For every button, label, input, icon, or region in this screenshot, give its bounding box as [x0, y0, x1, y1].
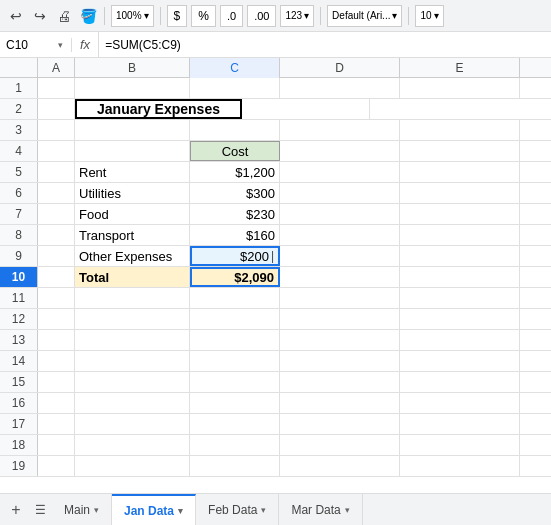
currency-button[interactable]: $	[167, 5, 188, 27]
cell-d15[interactable]	[280, 372, 400, 392]
cell-d16[interactable]	[280, 393, 400, 413]
cell-b2-title[interactable]: January Expenses	[75, 99, 242, 119]
cell-d6[interactable]	[280, 183, 400, 203]
cell-e4[interactable]	[400, 141, 520, 161]
col-header-b[interactable]: B	[75, 58, 190, 78]
cell-a11[interactable]	[38, 288, 75, 308]
cell-a8[interactable]	[38, 225, 75, 245]
cell-d5[interactable]	[280, 162, 400, 182]
cell-b4[interactable]	[75, 141, 190, 161]
cell-c1[interactable]	[190, 78, 280, 98]
cell-b9[interactable]: Other Expenses	[75, 246, 190, 266]
cell-b11[interactable]	[75, 288, 190, 308]
cell-a7[interactable]	[38, 204, 75, 224]
cell-b10-total[interactable]: Total	[75, 267, 190, 287]
cell-b13[interactable]	[75, 330, 190, 350]
cell-a9[interactable]	[38, 246, 75, 266]
cell-c7[interactable]: $230	[190, 204, 280, 224]
zoom-select[interactable]: 100% ▾	[111, 5, 154, 27]
cell-c11[interactable]	[190, 288, 280, 308]
cell-e15[interactable]	[400, 372, 520, 392]
cell-e19[interactable]	[400, 456, 520, 476]
cell-e10[interactable]	[400, 267, 520, 287]
cell-e7[interactable]	[400, 204, 520, 224]
col-header-a[interactable]: A	[38, 58, 75, 78]
cell-b17[interactable]	[75, 414, 190, 434]
cell-d7[interactable]	[280, 204, 400, 224]
cell-b14[interactable]	[75, 351, 190, 371]
cell-c14[interactable]	[190, 351, 280, 371]
cell-a14[interactable]	[38, 351, 75, 371]
cell-d17[interactable]	[280, 414, 400, 434]
formula-input[interactable]	[99, 38, 551, 52]
cell-c9[interactable]: $200 |	[190, 246, 280, 266]
cell-e3[interactable]	[400, 120, 520, 140]
cell-a10[interactable]	[38, 267, 75, 287]
number-format-select[interactable]: 123 ▾	[280, 5, 314, 27]
cell-c12[interactable]	[190, 309, 280, 329]
sheet-list-icon[interactable]: ☰	[28, 498, 52, 522]
cell-e6[interactable]	[400, 183, 520, 203]
cell-a3[interactable]	[38, 120, 75, 140]
cell-d1[interactable]	[280, 78, 400, 98]
cell-d3[interactable]	[280, 120, 400, 140]
cell-a12[interactable]	[38, 309, 75, 329]
cell-a15[interactable]	[38, 372, 75, 392]
redo-icon[interactable]: ↪	[30, 6, 50, 26]
add-sheet-icon[interactable]: +	[4, 498, 28, 522]
cell-a19[interactable]	[38, 456, 75, 476]
cell-e16[interactable]	[400, 393, 520, 413]
percent-button[interactable]: %	[191, 5, 216, 27]
cell-e18[interactable]	[400, 435, 520, 455]
cell-b19[interactable]	[75, 456, 190, 476]
cell-c6[interactable]: $300	[190, 183, 280, 203]
cell-d19[interactable]	[280, 456, 400, 476]
cell-c10-total[interactable]: $2,090	[190, 267, 280, 287]
cell-e17[interactable]	[400, 414, 520, 434]
cell-e11[interactable]	[400, 288, 520, 308]
tab-main[interactable]: Main ▾	[52, 494, 112, 526]
cell-b6[interactable]: Utilities	[75, 183, 190, 203]
col-header-e[interactable]: E	[400, 58, 520, 78]
decimal-less-button[interactable]: .0	[220, 5, 243, 27]
cell-c8[interactable]: $160	[190, 225, 280, 245]
cell-reference-box[interactable]: C10 ▾	[0, 38, 72, 52]
cell-d14[interactable]	[280, 351, 400, 371]
cell-d8[interactable]	[280, 225, 400, 245]
cell-d2[interactable]	[242, 99, 250, 119]
cell-d4[interactable]	[280, 141, 400, 161]
print-icon[interactable]: 🖨	[54, 6, 74, 26]
cell-d9[interactable]	[280, 246, 400, 266]
tab-jan-data[interactable]: Jan Data ▾	[112, 494, 196, 526]
cell-e1[interactable]	[400, 78, 520, 98]
cell-d12[interactable]	[280, 309, 400, 329]
cell-ref-input[interactable]: C10	[6, 38, 56, 52]
cell-e2[interactable]	[250, 99, 370, 119]
cell-b1[interactable]	[75, 78, 190, 98]
tab-feb-data[interactable]: Feb Data ▾	[196, 494, 279, 526]
cell-c17[interactable]	[190, 414, 280, 434]
cell-a4[interactable]	[38, 141, 75, 161]
paint-format-icon[interactable]: 🪣	[78, 6, 98, 26]
cell-d11[interactable]	[280, 288, 400, 308]
tab-mar-data[interactable]: Mar Data ▾	[279, 494, 362, 526]
cell-b5[interactable]: Rent	[75, 162, 190, 182]
cell-e14[interactable]	[400, 351, 520, 371]
cell-a13[interactable]	[38, 330, 75, 350]
cell-e5[interactable]	[400, 162, 520, 182]
cell-a6[interactable]	[38, 183, 75, 203]
cell-e8[interactable]	[400, 225, 520, 245]
cell-a1[interactable]	[38, 78, 75, 98]
cell-d10[interactable]	[280, 267, 400, 287]
cell-b7[interactable]: Food	[75, 204, 190, 224]
cell-c19[interactable]	[190, 456, 280, 476]
col-header-c[interactable]: C	[190, 58, 280, 78]
font-size-select[interactable]: 10 ▾	[415, 5, 443, 27]
cell-c18[interactable]	[190, 435, 280, 455]
cell-b3[interactable]	[75, 120, 190, 140]
undo-icon[interactable]: ↩	[6, 6, 26, 26]
cell-b18[interactable]	[75, 435, 190, 455]
cell-a2[interactable]	[38, 99, 75, 119]
cell-c15[interactable]	[190, 372, 280, 392]
cell-e12[interactable]	[400, 309, 520, 329]
